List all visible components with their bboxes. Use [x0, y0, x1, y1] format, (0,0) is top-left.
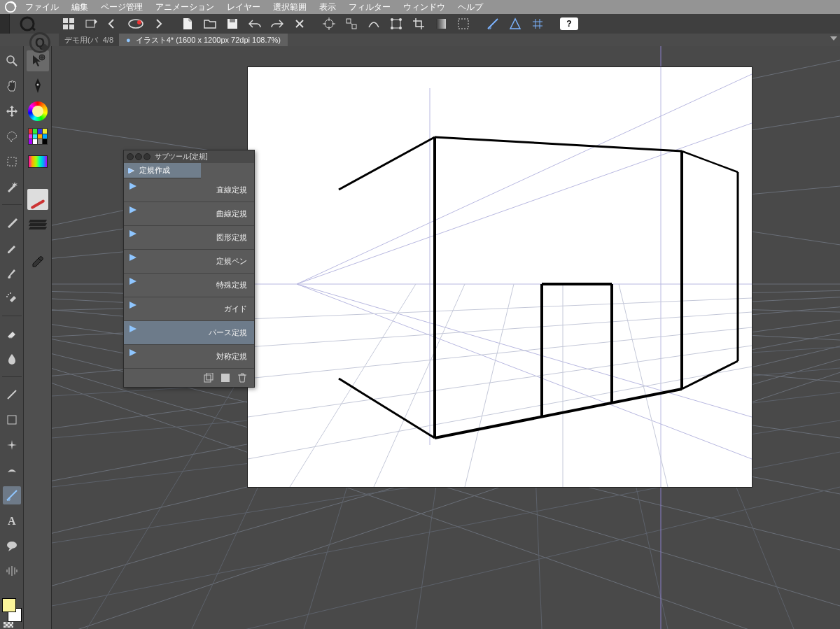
- ruler-icon: [130, 302, 136, 309]
- airbrush-tool-icon[interactable]: [3, 289, 21, 307]
- pencil-tool-icon[interactable]: [3, 239, 21, 257]
- document-tab-strip: デモ用(バ 4/8 ● イラスト4* (1600 x 1200px 72dpi …: [0, 34, 840, 46]
- blend-tool-icon[interactable]: [3, 350, 21, 368]
- record-icon[interactable]: [125, 15, 146, 32]
- top-toolbar: ?: [0, 14, 840, 34]
- select-bounds-icon[interactable]: [453, 15, 474, 32]
- eyedropper-setting-icon[interactable]: [27, 252, 49, 273]
- svg-point-30: [36, 84, 38, 86]
- ruler-tool-icon[interactable]: [3, 486, 21, 504]
- tab-demo-page: 4/8: [103, 36, 113, 44]
- wand-tool-icon[interactable]: [3, 178, 21, 196]
- svg-line-80: [374, 284, 465, 487]
- step-fwd-icon[interactable]: [148, 15, 169, 32]
- panel-titlebar[interactable]: サブツール[定規]: [124, 150, 254, 163]
- svg-rect-97: [206, 373, 213, 380]
- subtool-item-perspective-ruler[interactable]: パース定規: [124, 321, 254, 345]
- line-tool-icon[interactable]: [3, 386, 21, 404]
- subtool-item-symmetry-ruler[interactable]: 対称定規: [124, 345, 254, 369]
- gradient-icon[interactable]: [430, 15, 451, 32]
- svg-line-77: [248, 346, 752, 417]
- menu-edit[interactable]: 編集: [71, 1, 88, 13]
- color-wheel-icon[interactable]: [27, 101, 49, 122]
- brush-tool-icon[interactable]: [3, 264, 21, 282]
- document-tab-demo[interactable]: デモ用(バ 4/8: [59, 34, 119, 47]
- snap-perspective-icon[interactable]: [505, 15, 526, 32]
- smudge-tool-icon[interactable]: [3, 461, 21, 479]
- pen-tool-icon[interactable]: [3, 213, 21, 232]
- menu-page[interactable]: ページ管理: [101, 1, 143, 13]
- svg-line-74: [248, 298, 752, 319]
- crop-icon[interactable]: [408, 15, 429, 32]
- snap-grid-icon[interactable]: [527, 15, 548, 32]
- cursor-settings-icon[interactable]: [27, 50, 49, 71]
- align-icon[interactable]: [341, 15, 362, 32]
- ruler-icon: [130, 254, 136, 261]
- subtool-label: 対称定規: [216, 351, 247, 362]
- menu-filter[interactable]: フィルター: [349, 1, 391, 13]
- menu-layer[interactable]: レイヤー: [227, 1, 260, 13]
- subtool-item-guide[interactable]: ガイド: [124, 297, 254, 321]
- menu-file[interactable]: ファイル: [25, 1, 59, 13]
- fill-tool-icon[interactable]: [3, 411, 21, 429]
- subtool-item-curve-ruler[interactable]: 曲線定規: [124, 202, 254, 226]
- hand-tool-icon[interactable]: [3, 77, 21, 95]
- lasso-tool-icon[interactable]: [3, 127, 21, 146]
- subtool-category-tab[interactable]: 定規作成: [124, 163, 201, 178]
- subtool-item-line-ruler[interactable]: 直線定規: [124, 178, 254, 202]
- export-icon[interactable]: [80, 15, 102, 32]
- svg-line-91: [682, 361, 738, 389]
- layer-stack-icon[interactable]: [27, 214, 49, 235]
- color-swatches[interactable]: [2, 598, 22, 622]
- gradient-bar-icon[interactable]: [27, 151, 49, 172]
- delete-icon[interactable]: [289, 15, 310, 32]
- duplicate-subtool-icon[interactable]: [204, 373, 214, 383]
- svg-line-68: [297, 123, 752, 284]
- subtool-item-shape-ruler[interactable]: 図形定規: [124, 226, 254, 250]
- menu-selection[interactable]: 選択範囲: [273, 1, 307, 13]
- edge-handle[interactable]: [0, 14, 10, 34]
- grid-layout-icon[interactable]: [58, 15, 79, 32]
- new-file-icon[interactable]: [177, 15, 198, 32]
- target-icon[interactable]: [318, 15, 340, 32]
- panel-window-controls[interactable]: [127, 153, 150, 160]
- balloon-tool-icon[interactable]: [3, 537, 21, 555]
- canvas-viewport[interactable]: サブツール[定規] 定規作成 直線定規 曲線定規 図形定規 定規ペン 特殊定規 …: [52, 46, 840, 629]
- menu-view[interactable]: 表示: [319, 1, 336, 13]
- redo-icon[interactable]: [267, 15, 288, 32]
- curve-icon[interactable]: [363, 15, 384, 32]
- subtool-panel[interactable]: サブツール[定規] 定規作成 直線定規 曲線定規 図形定規 定規ペン 特殊定規 …: [123, 150, 255, 388]
- subtool-item-ruler-pen[interactable]: 定規ペン: [124, 250, 254, 274]
- color-palette-icon[interactable]: [27, 126, 49, 147]
- svg-text:A: A: [8, 515, 16, 527]
- magnifier-tool-icon[interactable]: [3, 52, 21, 70]
- svg-point-23: [8, 294, 9, 295]
- menu-help[interactable]: ヘルプ: [458, 1, 483, 13]
- eraser-tool-icon[interactable]: [3, 325, 21, 343]
- undo-icon[interactable]: [244, 15, 265, 32]
- transform-icon[interactable]: [386, 15, 407, 32]
- nib-icon[interactable]: [27, 76, 49, 97]
- menu-window[interactable]: ウィンドウ: [403, 1, 445, 13]
- marquee-tool-icon[interactable]: [3, 153, 21, 171]
- save-icon[interactable]: [222, 15, 243, 32]
- brush-preview-icon[interactable]: [27, 189, 49, 210]
- help-button[interactable]: ?: [560, 17, 578, 30]
- text-tool-icon[interactable]: A: [3, 511, 21, 530]
- new-subtool-icon[interactable]: [220, 373, 230, 383]
- move-tool-icon[interactable]: [3, 102, 21, 120]
- document-tab-active[interactable]: ● イラスト4* (1600 x 1200px 72dpi 108.7%): [119, 34, 288, 47]
- delete-subtool-icon[interactable]: [237, 373, 247, 383]
- tool-column-left: A: [0, 46, 24, 629]
- open-file-icon[interactable]: [200, 15, 220, 32]
- snap-ruler-icon[interactable]: [482, 15, 503, 32]
- foreground-color-swatch[interactable]: [2, 598, 16, 612]
- tab-overflow-icon[interactable]: [830, 36, 837, 41]
- canvas-drawing: [248, 67, 752, 487]
- quick-access-badge[interactable]: Q: [29, 32, 50, 53]
- sparkle-tool-icon[interactable]: [3, 436, 21, 454]
- menu-animation[interactable]: アニメーション: [155, 1, 214, 13]
- subtool-item-special-ruler[interactable]: 特殊定規: [124, 274, 254, 297]
- step-back-icon[interactable]: [103, 15, 124, 32]
- correct-tool-icon[interactable]: [3, 562, 21, 580]
